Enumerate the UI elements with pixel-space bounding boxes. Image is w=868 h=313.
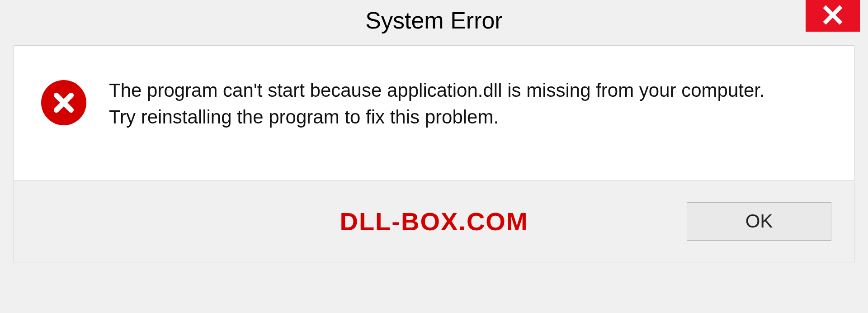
watermark-text: DLL-BOX.COM (340, 207, 528, 236)
close-button[interactable] (806, 0, 860, 32)
error-message: The program can't start because applicat… (109, 77, 787, 131)
dialog-footer: DLL-BOX.COM OK (14, 181, 854, 262)
ok-button[interactable]: OK (687, 202, 831, 241)
close-icon (822, 5, 843, 27)
titlebar: System Error (0, 0, 868, 41)
error-icon (41, 80, 86, 125)
dialog-title: System Error (365, 7, 502, 34)
dialog-body: The program can't start because applicat… (14, 45, 854, 181)
